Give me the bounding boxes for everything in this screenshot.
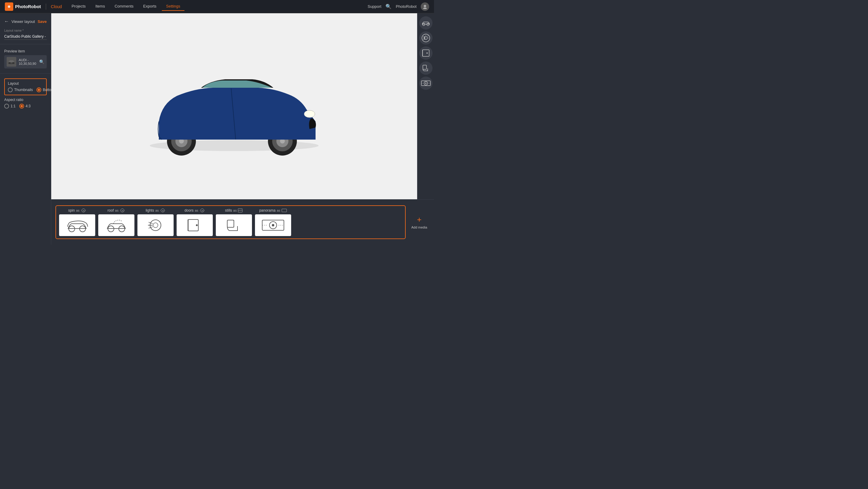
nav-items-link[interactable]: Items (91, 2, 109, 11)
svg-rect-57 (227, 220, 234, 227)
panorama-as-text: as (277, 209, 280, 212)
svg-text:3D: 3D (121, 210, 124, 212)
brand-cloud: Cloud (51, 4, 62, 9)
doors-media-label: doors as 3D (184, 208, 205, 213)
seat-button[interactable] (419, 61, 433, 75)
topnav: PhotoRobot Cloud Projects Items Comments… (0, 0, 434, 13)
layout-name-input[interactable] (4, 33, 47, 40)
1-1-label: 1:1 (10, 104, 16, 108)
nav-settings[interactable]: Settings (162, 2, 184, 11)
preview-item-box[interactable]: AUDI - 10,30,50,90 🔍 (4, 55, 47, 68)
nav-items: Projects Items Comments Exports Settings (67, 2, 184, 11)
spin-label: spin (68, 208, 75, 213)
back-arrow-icon[interactable]: ← (4, 19, 9, 24)
svg-point-18 (304, 110, 315, 118)
aspect-section: Aspect ratio 1:1 4:3 (0, 98, 51, 111)
svg-point-5 (9, 62, 10, 64)
preview-thumb (7, 57, 16, 67)
nav-right: Support 🔍 PhotoRobot (368, 2, 429, 11)
svg-point-63 (272, 224, 274, 226)
lights-media-btn[interactable]: lights as 3D (137, 208, 174, 236)
4-3-label: 4:3 (26, 104, 31, 108)
svg-point-3 (423, 7, 427, 9)
spin-media-btn[interactable]: spin as 3D (59, 208, 95, 236)
panorama-button[interactable] (419, 77, 433, 90)
door-button[interactable] (419, 47, 433, 60)
layout-thumbnails-radio[interactable]: Thumbnails (8, 87, 33, 92)
svg-rect-60 (282, 209, 287, 212)
layout-radio-group: Thumbnails Buttons (8, 87, 43, 92)
svg-text:3D: 3D (201, 210, 204, 212)
svg-point-20 (423, 23, 425, 26)
thumbnails-radio-outer (8, 87, 13, 92)
viewer (51, 13, 417, 199)
user-avatar[interactable] (421, 2, 429, 11)
sidebar-divider-2 (0, 73, 51, 73)
layout-label: Layout (8, 82, 43, 86)
svg-point-54 (196, 224, 198, 226)
layout-name-section: Layout name * (0, 27, 51, 41)
sidebar-divider-1 (0, 44, 51, 44)
4-3-radio-inner (21, 105, 23, 107)
roof-label: roof (107, 208, 114, 213)
spin-icon-box (59, 214, 95, 236)
4-3-radio-outer (19, 104, 24, 109)
panorama-icon-box (255, 214, 291, 236)
save-button[interactable]: Save (38, 19, 47, 24)
aspect-label: Aspect ratio (4, 98, 47, 102)
nav-exports[interactable]: Exports (139, 2, 161, 11)
viewer-main (51, 13, 434, 199)
panorama-media-btn[interactable]: panorama as (255, 208, 291, 236)
stills-media-label: stills as (225, 208, 243, 213)
doors-label: doors (184, 208, 193, 213)
1-1-radio-outer (4, 104, 9, 109)
content-area: spin as 3D (51, 13, 434, 245)
nav-username: PhotoRobot (396, 4, 416, 9)
roof-media-btn[interactable]: roof as 3D (98, 208, 134, 236)
svg-point-37 (425, 83, 427, 84)
sidebar-title: Viewer layout (11, 19, 35, 24)
aspect-4-3-radio[interactable]: 4:3 (19, 104, 31, 109)
layout-section: Layout Thumbnails Buttons (4, 79, 47, 95)
buttons-radio-inner (38, 89, 40, 91)
panorama-label: panorama (259, 208, 276, 213)
preview-item-name: AUDI - 10,30,50,90 (19, 58, 37, 65)
svg-rect-30 (423, 50, 429, 56)
buttons-radio-outer (36, 87, 41, 92)
panorama-media-label: panorama as (259, 208, 287, 213)
nav-projects[interactable]: Projects (67, 2, 90, 11)
svg-point-31 (427, 53, 428, 54)
search-icon[interactable]: 🔍 (385, 4, 392, 9)
brand-logo (5, 2, 13, 11)
brand-divider (46, 4, 46, 10)
preview-section: Preview item AUDI - 10,30,50,90 🔍 (0, 47, 51, 71)
headlight-button[interactable] (419, 31, 433, 44)
main-layout: ← Viewer layout Save Layout name * Previ… (0, 13, 434, 245)
roof-media-label: roof as 3D (107, 208, 125, 213)
lights-as-text: as (155, 209, 159, 212)
svg-point-6 (12, 62, 14, 64)
aspect-1-1-radio[interactable]: 1:1 (4, 104, 16, 109)
roof-as-text: as (115, 209, 119, 212)
stills-label: stills (225, 208, 232, 213)
brand: PhotoRobot Cloud (5, 2, 62, 11)
stills-icon-box (216, 214, 252, 236)
sidebar: ← Viewer layout Save Layout name * Previ… (0, 13, 51, 245)
sidebar-back-row: ← Viewer layout Save (0, 17, 51, 27)
preview-search-icon[interactable]: 🔍 (39, 59, 44, 64)
car-image (129, 49, 340, 164)
add-media-button[interactable]: + Add media (409, 215, 430, 229)
spin-button[interactable] (419, 16, 433, 30)
svg-point-2 (424, 5, 426, 7)
roof-icon-box (98, 214, 134, 236)
stills-media-btn[interactable]: stills as (216, 208, 252, 236)
spin-as-text: as (76, 209, 80, 212)
doors-media-btn[interactable]: doors as 3D (177, 208, 213, 236)
lights-label: lights (146, 208, 154, 213)
layout-name-label: Layout name * (4, 29, 47, 32)
doors-icon-box (177, 214, 213, 236)
stills-as-text: as (233, 209, 237, 212)
nav-comments[interactable]: Comments (110, 2, 138, 11)
brand-name: PhotoRobot (15, 4, 41, 9)
support-link[interactable]: Support (368, 4, 381, 9)
